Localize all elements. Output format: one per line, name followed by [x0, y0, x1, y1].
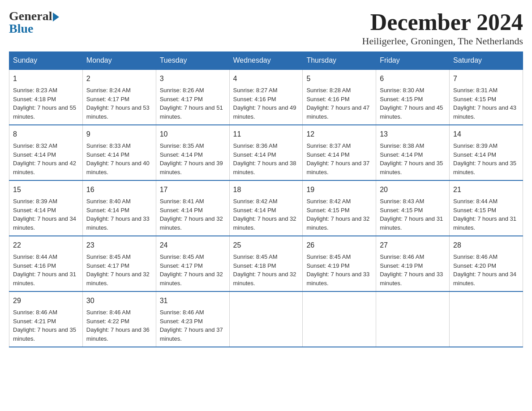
weekday-header-saturday: Saturday: [450, 52, 523, 70]
calendar-header-row: SundayMondayTuesdayWednesdayThursdayFrid…: [9, 52, 523, 70]
calendar-cell: 23 Sunrise: 8:45 AMSunset: 4:17 PMDaylig…: [82, 236, 156, 291]
day-number: 31: [160, 295, 226, 306]
page-header: General Blue December 2024 Heiligerlee, …: [9, 9, 523, 47]
day-number: 9: [86, 129, 152, 140]
day-info: Sunrise: 8:23 AMSunset: 4:18 PMDaylight:…: [13, 87, 76, 120]
day-number: 21: [453, 184, 519, 195]
calendar-cell: [303, 291, 376, 347]
day-number: 28: [453, 240, 519, 251]
day-number: 6: [380, 73, 446, 84]
calendar-cell: 10 Sunrise: 8:35 AMSunset: 4:14 PMDaylig…: [156, 125, 229, 180]
day-number: 27: [380, 240, 446, 251]
month-title: December 2024: [362, 9, 523, 35]
calendar-cell: 8 Sunrise: 8:32 AMSunset: 4:14 PMDayligh…: [9, 125, 83, 180]
day-number: 20: [380, 184, 446, 195]
day-info: Sunrise: 8:43 AMSunset: 4:15 PMDaylight:…: [380, 198, 443, 231]
calendar-cell: [450, 291, 523, 347]
calendar-cell: 3 Sunrise: 8:26 AMSunset: 4:17 PMDayligh…: [156, 69, 229, 125]
calendar-cell: 24 Sunrise: 8:45 AMSunset: 4:17 PMDaylig…: [156, 236, 229, 291]
day-info: Sunrise: 8:38 AMSunset: 4:14 PMDaylight:…: [380, 142, 443, 176]
weekday-header-wednesday: Wednesday: [229, 52, 303, 70]
calendar-cell: 2 Sunrise: 8:24 AMSunset: 4:17 PMDayligh…: [82, 69, 156, 125]
calendar-cell: 6 Sunrise: 8:30 AMSunset: 4:15 PMDayligh…: [376, 69, 450, 125]
day-info: Sunrise: 8:42 AMSunset: 4:15 PMDaylight:…: [306, 198, 369, 231]
calendar-cell: 18 Sunrise: 8:42 AMSunset: 4:14 PMDaylig…: [229, 180, 303, 236]
calendar-cell: 26 Sunrise: 8:45 AMSunset: 4:19 PMDaylig…: [303, 236, 376, 291]
calendar-cell: 27 Sunrise: 8:46 AMSunset: 4:19 PMDaylig…: [376, 236, 450, 291]
logo-arrow-icon: [53, 13, 59, 21]
calendar-cell: [229, 291, 303, 347]
day-number: 12: [306, 129, 372, 140]
day-info: Sunrise: 8:27 AMSunset: 4:16 PMDaylight:…: [233, 87, 296, 120]
day-number: 19: [306, 184, 372, 195]
day-info: Sunrise: 8:45 AMSunset: 4:17 PMDaylight:…: [160, 253, 223, 287]
location-title: Heiligerlee, Groningen, The Netherlands: [362, 35, 523, 47]
day-info: Sunrise: 8:30 AMSunset: 4:15 PMDaylight:…: [380, 87, 443, 120]
calendar-cell: 7 Sunrise: 8:31 AMSunset: 4:15 PMDayligh…: [450, 69, 523, 125]
calendar-cell: 30 Sunrise: 8:46 AMSunset: 4:22 PMDaylig…: [82, 291, 156, 347]
calendar-week-row: 22 Sunrise: 8:44 AMSunset: 4:16 PMDaylig…: [9, 236, 523, 291]
day-info: Sunrise: 8:26 AMSunset: 4:17 PMDaylight:…: [160, 87, 223, 120]
calendar-cell: 1 Sunrise: 8:23 AMSunset: 4:18 PMDayligh…: [9, 69, 83, 125]
day-number: 5: [306, 73, 372, 84]
day-number: 1: [13, 73, 79, 84]
day-info: Sunrise: 8:39 AMSunset: 4:14 PMDaylight:…: [453, 142, 516, 176]
calendar-cell: [376, 291, 450, 347]
day-number: 14: [453, 129, 519, 140]
calendar-cell: 20 Sunrise: 8:43 AMSunset: 4:15 PMDaylig…: [376, 180, 450, 236]
calendar-cell: 12 Sunrise: 8:37 AMSunset: 4:14 PMDaylig…: [303, 125, 376, 180]
weekday-header-monday: Monday: [82, 52, 156, 70]
day-info: Sunrise: 8:31 AMSunset: 4:15 PMDaylight:…: [453, 87, 516, 120]
weekday-header-sunday: Sunday: [9, 52, 83, 70]
day-number: 25: [233, 240, 299, 251]
day-info: Sunrise: 8:44 AMSunset: 4:15 PMDaylight:…: [453, 198, 516, 231]
day-number: 3: [160, 73, 226, 84]
day-number: 30: [86, 295, 152, 306]
day-info: Sunrise: 8:45 AMSunset: 4:17 PMDaylight:…: [86, 253, 150, 287]
day-number: 11: [233, 129, 299, 140]
calendar-cell: 9 Sunrise: 8:33 AMSunset: 4:14 PMDayligh…: [82, 125, 156, 180]
calendar-cell: 4 Sunrise: 8:27 AMSunset: 4:16 PMDayligh…: [229, 69, 303, 125]
day-number: 17: [160, 184, 226, 195]
calendar-cell: 22 Sunrise: 8:44 AMSunset: 4:16 PMDaylig…: [9, 236, 83, 291]
calendar-table: SundayMondayTuesdayWednesdayThursdayFrid…: [9, 51, 523, 347]
day-number: 24: [160, 240, 226, 251]
day-info: Sunrise: 8:28 AMSunset: 4:16 PMDaylight:…: [306, 87, 369, 120]
day-number: 22: [13, 240, 79, 251]
day-info: Sunrise: 8:24 AMSunset: 4:17 PMDaylight:…: [86, 87, 150, 120]
day-number: 10: [160, 129, 226, 140]
logo: General Blue: [9, 9, 59, 36]
day-number: 7: [453, 73, 519, 84]
day-number: 13: [380, 129, 446, 140]
day-info: Sunrise: 8:45 AMSunset: 4:18 PMDaylight:…: [233, 253, 296, 287]
day-number: 26: [306, 240, 372, 251]
calendar-week-row: 29 Sunrise: 8:46 AMSunset: 4:21 PMDaylig…: [9, 291, 523, 347]
day-info: Sunrise: 8:33 AMSunset: 4:14 PMDaylight:…: [86, 142, 150, 176]
weekday-header-tuesday: Tuesday: [156, 52, 229, 70]
weekday-header-thursday: Thursday: [303, 52, 376, 70]
day-number: 2: [86, 73, 152, 84]
day-number: 4: [233, 73, 299, 84]
calendar-cell: 19 Sunrise: 8:42 AMSunset: 4:15 PMDaylig…: [303, 180, 376, 236]
day-info: Sunrise: 8:45 AMSunset: 4:19 PMDaylight:…: [306, 253, 369, 287]
calendar-week-row: 15 Sunrise: 8:39 AMSunset: 4:14 PMDaylig…: [9, 180, 523, 236]
calendar-cell: 21 Sunrise: 8:44 AMSunset: 4:15 PMDaylig…: [450, 180, 523, 236]
day-info: Sunrise: 8:42 AMSunset: 4:14 PMDaylight:…: [233, 198, 296, 231]
calendar-cell: 17 Sunrise: 8:41 AMSunset: 4:14 PMDaylig…: [156, 180, 229, 236]
calendar-cell: 25 Sunrise: 8:45 AMSunset: 4:18 PMDaylig…: [229, 236, 303, 291]
day-number: 23: [86, 240, 152, 251]
day-number: 29: [13, 295, 79, 306]
day-number: 16: [86, 184, 152, 195]
day-info: Sunrise: 8:46 AMSunset: 4:22 PMDaylight:…: [86, 309, 150, 342]
day-info: Sunrise: 8:32 AMSunset: 4:14 PMDaylight:…: [13, 142, 76, 176]
day-number: 15: [13, 184, 79, 195]
day-info: Sunrise: 8:46 AMSunset: 4:19 PMDaylight:…: [380, 253, 443, 287]
day-info: Sunrise: 8:36 AMSunset: 4:14 PMDaylight:…: [233, 142, 296, 176]
calendar-cell: 29 Sunrise: 8:46 AMSunset: 4:21 PMDaylig…: [9, 291, 83, 347]
calendar-cell: 13 Sunrise: 8:38 AMSunset: 4:14 PMDaylig…: [376, 125, 450, 180]
title-section: December 2024 Heiligerlee, Groningen, Th…: [362, 9, 523, 47]
day-info: Sunrise: 8:44 AMSunset: 4:16 PMDaylight:…: [13, 253, 76, 287]
day-info: Sunrise: 8:46 AMSunset: 4:21 PMDaylight:…: [13, 309, 76, 342]
day-info: Sunrise: 8:46 AMSunset: 4:23 PMDaylight:…: [160, 309, 223, 342]
day-info: Sunrise: 8:35 AMSunset: 4:14 PMDaylight:…: [160, 142, 223, 176]
